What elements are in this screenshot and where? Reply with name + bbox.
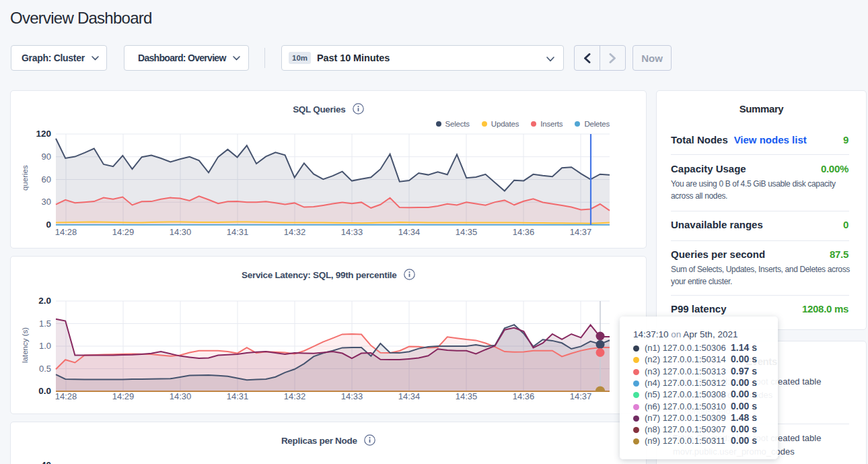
svg-text:30: 30 [42, 197, 51, 207]
svg-text:14:35: 14:35 [456, 227, 478, 237]
svg-text:14:29: 14:29 [112, 391, 135, 401]
svg-text:14:31: 14:31 [227, 227, 249, 237]
svg-text:14:29: 14:29 [112, 227, 135, 237]
svg-text:14:33: 14:33 [341, 391, 363, 401]
svg-text:14:37: 14:37 [570, 391, 592, 401]
svg-text:14:36: 14:36 [513, 391, 535, 401]
svg-text:1.0: 1.0 [39, 341, 51, 351]
svg-text:14:34: 14:34 [398, 391, 421, 401]
svg-text:14:31: 14:31 [227, 391, 249, 401]
svg-text:14:37: 14:37 [570, 227, 592, 237]
svg-text:90: 90 [42, 152, 51, 162]
svg-text:14:34: 14:34 [398, 227, 421, 237]
svg-text:14:28: 14:28 [55, 391, 77, 401]
svg-text:0.5: 0.5 [39, 364, 51, 374]
svg-text:14:32: 14:32 [284, 391, 306, 401]
svg-text:14:36: 14:36 [513, 227, 535, 237]
svg-text:60: 60 [42, 174, 51, 185]
svg-text:2.0: 2.0 [38, 296, 51, 306]
svg-text:14:30: 14:30 [170, 391, 192, 401]
svg-text:14:32: 14:32 [284, 227, 306, 237]
svg-text:14:28: 14:28 [55, 227, 77, 237]
svg-text:120: 120 [36, 129, 51, 139]
svg-text:14:33: 14:33 [341, 227, 363, 237]
svg-text:0.0: 0.0 [38, 386, 51, 396]
svg-text:1.5: 1.5 [39, 319, 51, 329]
svg-text:14:30: 14:30 [170, 227, 192, 237]
svg-text:0: 0 [46, 220, 51, 230]
svg-text:14:35: 14:35 [456, 391, 478, 401]
